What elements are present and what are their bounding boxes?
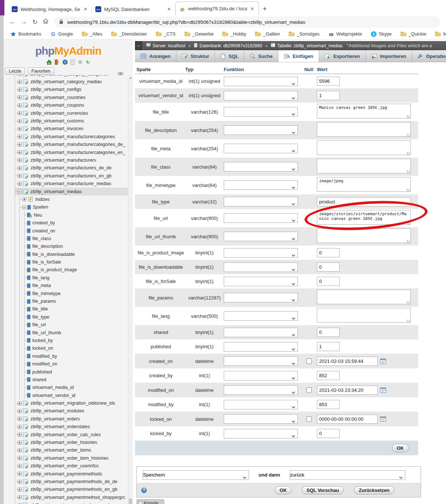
- function-select-input[interactable]: [224, 144, 297, 153]
- sidebar-item-column[interactable]: locked_on: [25, 345, 128, 352]
- tab-exportieren[interactable]: Exportieren: [319, 50, 366, 62]
- function-select-input[interactable]: [224, 277, 297, 286]
- sidebar-item-column[interactable]: file_params: [25, 297, 128, 305]
- help-icon[interactable]: ?: [62, 59, 68, 65]
- sidebar-item-table[interactable]: +zbi9p_virtuemart_modules: [15, 407, 128, 415]
- function-select[interactable]: [224, 213, 298, 223]
- sidebar-scrollbar[interactable]: ▲: [128, 75, 133, 504]
- expand-icon[interactable]: +: [18, 103, 22, 107]
- function-select[interactable]: [224, 400, 298, 409]
- tab-operationen[interactable]: Operationen: [412, 50, 446, 62]
- docs-icon[interactable]: [70, 59, 75, 65]
- tab-sql[interactable]: SQL: [215, 50, 244, 62]
- sidebar-item-column[interactable]: modified_on: [25, 360, 128, 368]
- reset-button[interactable]: Zurücksetzen: [354, 486, 394, 494]
- function-select[interactable]: [224, 107, 298, 117]
- function-select-input[interactable]: [224, 162, 297, 171]
- expand-icon[interactable]: +: [18, 119, 22, 123]
- resize-grip-icon[interactable]: [407, 134, 410, 137]
- expand-icon[interactable]: +: [18, 111, 22, 115]
- function-select-input[interactable]: [224, 181, 297, 190]
- calendar-icon[interactable]: [380, 416, 386, 422]
- help-icon[interactable]: ?: [141, 488, 147, 493]
- sidebar-item-column[interactable]: file_url_thumb: [25, 329, 128, 336]
- tab-suche[interactable]: Suche: [244, 50, 278, 62]
- expand-icon[interactable]: +: [18, 495, 22, 499]
- settings-icon[interactable]: ⚙: [77, 59, 83, 65]
- function-select-input[interactable]: [224, 197, 297, 206]
- sidebar-item-column[interactable]: published: [25, 368, 128, 376]
- value-input[interactable]: [317, 91, 340, 100]
- function-select[interactable]: [224, 414, 298, 424]
- sidebar-item-column[interactable]: file_is_forSale: [25, 258, 128, 266]
- expand-icon[interactable]: +: [18, 75, 22, 76]
- bookmark-item[interactable]: _Dienstleister: [111, 31, 147, 37]
- bookmark-item[interactable]: SSkype: [371, 31, 392, 37]
- close-tab-icon[interactable]: ✕: [167, 7, 172, 12]
- bookmark-item[interactable]: _CTS: [156, 31, 176, 37]
- sidebar-item-table[interactable]: +zbi9p_virtuemart_configs: [15, 86, 128, 93]
- tab-importieren[interactable]: Importieren: [366, 50, 412, 62]
- sidebar-item-new-column[interactable]: Neu: [25, 211, 128, 219]
- bookmark-item[interactable]: _Gallien: [255, 31, 280, 37]
- resize-grip-icon[interactable]: [407, 320, 410, 323]
- expand-icon[interactable]: +: [18, 464, 22, 468]
- value-input[interactable]: [317, 415, 378, 424]
- resize-grip-icon[interactable]: [407, 189, 410, 192]
- home-icon[interactable]: [43, 18, 49, 26]
- sidebar-item-column[interactable]: created_on: [25, 227, 128, 235]
- function-select-input[interactable]: [224, 126, 297, 135]
- sidebar-item-column[interactable]: file_url: [25, 321, 128, 329]
- sidebar-item-table[interactable]: +zbi9p_virtuemart_manufacturers: [15, 156, 128, 164]
- sidebar-item-column[interactable]: file_lang: [25, 274, 128, 282]
- value-textarea[interactable]: [317, 290, 411, 304]
- expand-icon[interactable]: +: [18, 425, 22, 429]
- expand-icon[interactable]: +: [18, 182, 22, 186]
- sidebar-item-table[interactable]: +zbi9p_virtuemart_order_items: [15, 446, 128, 454]
- sidebar-item-column[interactable]: file_class: [25, 235, 128, 242]
- reload-icon[interactable]: ↻: [32, 18, 37, 26]
- sidebar-item-column[interactable]: file_is_downloadable: [25, 250, 128, 258]
- value-input[interactable]: [317, 277, 340, 286]
- function-select-input[interactable]: [224, 400, 297, 409]
- bookmark-item[interactable]: _Gewerbe: [184, 31, 214, 37]
- after-action-select-input[interactable]: zurück: [290, 471, 405, 479]
- value-textarea[interactable]: [317, 308, 411, 323]
- sidebar-item-table[interactable]: −zbi9p_virtuemart_medias: [15, 188, 128, 195]
- new-tab-button[interactable]: +: [263, 5, 267, 15]
- function-select[interactable]: [224, 144, 298, 153]
- forward-icon[interactable]: →: [21, 18, 27, 26]
- scrollbar-thumb[interactable]: [129, 499, 132, 504]
- sidebar-item-table[interactable]: +zbi9p_virtuemart_orderstates: [15, 423, 128, 431]
- function-select-input[interactable]: [224, 232, 297, 241]
- function-select-input[interactable]: [224, 328, 297, 337]
- expand-icon[interactable]: +: [18, 80, 22, 84]
- phpmyadmin-logo[interactable]: phpMyAdmin: [4, 45, 133, 57]
- bookmark-item[interactable]: _Alles: [82, 31, 102, 37]
- value-textarea[interactable]: [317, 104, 411, 118]
- value-textarea[interactable]: [317, 122, 411, 137]
- value-textarea[interactable]: [317, 210, 411, 225]
- tab-einfügen[interactable]: Einfügen: [278, 50, 319, 62]
- sidebar-item-spalten[interactable]: −Spalten: [20, 203, 128, 211]
- function-select-input[interactable]: [224, 371, 297, 380]
- function-select-input[interactable]: [224, 91, 297, 100]
- value-textarea[interactable]: [317, 159, 411, 173]
- sidebar-item-indizes[interactable]: +Indizes: [20, 195, 128, 203]
- expand-icon[interactable]: +: [18, 417, 22, 421]
- sidebar-item-table[interactable]: +zbi9p_virtuemart_manufacturers_en_gb: [15, 172, 128, 180]
- sidebar-item-table[interactable]: +zbi9p_virtuemart_currencies: [15, 109, 128, 117]
- resize-grip-icon[interactable]: [407, 222, 410, 225]
- sidebar-item-table[interactable]: +zbi9p_virtuemart_order_item_histories: [15, 454, 128, 462]
- value-input[interactable]: [317, 357, 378, 366]
- collapse-icon[interactable]: −: [18, 190, 22, 194]
- sidebar-item-table[interactable]: +zbi9p_virtuemart_manufacturercategories: [15, 133, 128, 140]
- sidebar-item-table[interactable]: +zbi9p_virtuemart_order_calc_rules: [15, 431, 128, 438]
- function-select-input[interactable]: [224, 357, 297, 365]
- value-input[interactable]: [317, 386, 378, 395]
- browser-tab[interactable]: PMAwebhosting79.1blu.de / localhost✕: [175, 1, 259, 15]
- expand-icon[interactable]: +: [18, 135, 22, 139]
- scroll-up-icon[interactable]: ▲: [128, 75, 133, 80]
- function-select[interactable]: [224, 371, 298, 380]
- function-select-input[interactable]: [224, 429, 297, 438]
